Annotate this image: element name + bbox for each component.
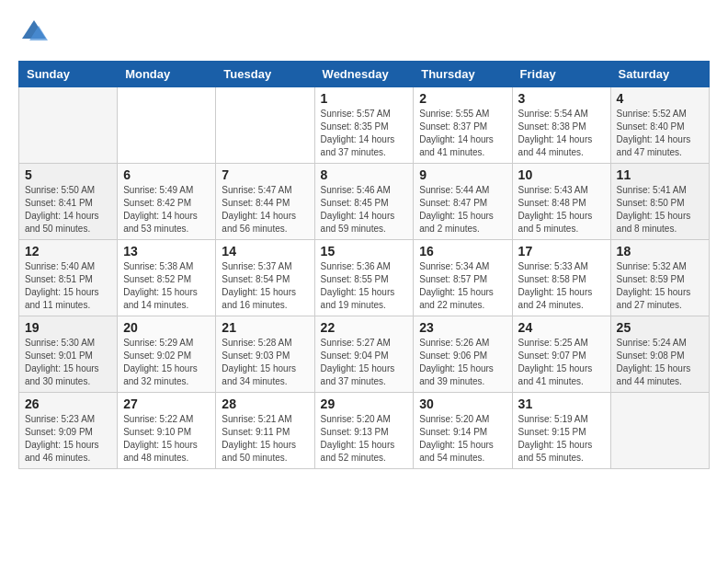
weekday-header-friday: Friday bbox=[512, 62, 610, 87]
day-info: Sunrise: 5:25 AM Sunset: 9:07 PM Dayligh… bbox=[518, 337, 605, 388]
day-info: Sunrise: 5:22 AM Sunset: 9:10 PM Dayligh… bbox=[123, 413, 210, 465]
day-info: Sunrise: 5:36 AM Sunset: 8:55 PM Dayligh… bbox=[321, 260, 408, 312]
calendar-day-cell: 3Sunrise: 5:54 AM Sunset: 8:38 PM Daylig… bbox=[512, 87, 610, 164]
day-info: Sunrise: 5:30 AM Sunset: 9:01 PM Dayligh… bbox=[25, 337, 111, 388]
day-number: 31 bbox=[518, 396, 605, 411]
day-number: 17 bbox=[518, 244, 605, 259]
page-header bbox=[18, 18, 710, 46]
calendar-table: SundayMondayTuesdayWednesdayThursdayFrid… bbox=[18, 61, 710, 469]
day-number: 5 bbox=[25, 167, 111, 182]
calendar-day-cell: 21Sunrise: 5:28 AM Sunset: 9:03 PM Dayli… bbox=[216, 316, 314, 393]
calendar-day-cell: 19Sunrise: 5:30 AM Sunset: 9:01 PM Dayli… bbox=[19, 316, 118, 393]
day-info: Sunrise: 5:29 AM Sunset: 9:02 PM Dayligh… bbox=[123, 337, 210, 388]
day-info: Sunrise: 5:26 AM Sunset: 9:06 PM Dayligh… bbox=[419, 337, 506, 388]
day-info: Sunrise: 5:23 AM Sunset: 9:09 PM Dayligh… bbox=[25, 413, 111, 465]
calendar-day-cell: 15Sunrise: 5:36 AM Sunset: 8:55 PM Dayli… bbox=[314, 240, 414, 316]
day-number: 11 bbox=[617, 167, 703, 182]
day-number: 19 bbox=[25, 320, 111, 335]
calendar-day-cell: 18Sunrise: 5:32 AM Sunset: 8:59 PM Dayli… bbox=[610, 240, 709, 316]
day-number: 7 bbox=[222, 167, 308, 182]
calendar-week-row: 12Sunrise: 5:40 AM Sunset: 8:51 PM Dayli… bbox=[19, 240, 710, 316]
logo-icon bbox=[20, 18, 48, 46]
day-number: 8 bbox=[321, 167, 408, 182]
day-number: 1 bbox=[321, 91, 408, 106]
day-number: 16 bbox=[419, 244, 506, 259]
day-number: 13 bbox=[123, 244, 210, 259]
day-number: 22 bbox=[321, 320, 408, 335]
day-info: Sunrise: 5:34 AM Sunset: 8:57 PM Dayligh… bbox=[419, 260, 506, 312]
day-info: Sunrise: 5:24 AM Sunset: 9:08 PM Dayligh… bbox=[617, 337, 703, 388]
day-number: 10 bbox=[518, 167, 605, 182]
calendar-day-cell: 5Sunrise: 5:50 AM Sunset: 8:41 PM Daylig… bbox=[19, 164, 118, 240]
calendar-day-cell: 12Sunrise: 5:40 AM Sunset: 8:51 PM Dayli… bbox=[19, 240, 118, 316]
calendar-day-cell: 29Sunrise: 5:20 AM Sunset: 9:13 PM Dayli… bbox=[314, 393, 414, 469]
calendar-day-cell: 7Sunrise: 5:47 AM Sunset: 8:44 PM Daylig… bbox=[216, 164, 314, 240]
day-number: 23 bbox=[419, 320, 506, 335]
calendar-day-cell: 24Sunrise: 5:25 AM Sunset: 9:07 PM Dayli… bbox=[512, 316, 610, 393]
weekday-header-thursday: Thursday bbox=[414, 62, 512, 87]
day-info: Sunrise: 5:52 AM Sunset: 8:40 PM Dayligh… bbox=[617, 108, 703, 159]
weekday-header-saturday: Saturday bbox=[610, 62, 709, 87]
day-number: 9 bbox=[419, 167, 506, 182]
calendar-day-cell: 11Sunrise: 5:41 AM Sunset: 8:50 PM Dayli… bbox=[610, 164, 709, 240]
calendar-day-cell: 20Sunrise: 5:29 AM Sunset: 9:02 PM Dayli… bbox=[118, 316, 216, 393]
calendar-day-cell: 10Sunrise: 5:43 AM Sunset: 8:48 PM Dayli… bbox=[512, 164, 610, 240]
weekday-header-wednesday: Wednesday bbox=[314, 62, 414, 87]
day-info: Sunrise: 5:41 AM Sunset: 8:50 PM Dayligh… bbox=[617, 184, 703, 236]
calendar-day-cell: 25Sunrise: 5:24 AM Sunset: 9:08 PM Dayli… bbox=[610, 316, 709, 393]
empty-cell bbox=[118, 87, 216, 164]
day-number: 14 bbox=[222, 244, 308, 259]
day-number: 30 bbox=[419, 396, 506, 411]
calendar-day-cell: 14Sunrise: 5:37 AM Sunset: 8:54 PM Dayli… bbox=[216, 240, 314, 316]
day-info: Sunrise: 5:33 AM Sunset: 8:58 PM Dayligh… bbox=[518, 260, 605, 312]
day-info: Sunrise: 5:50 AM Sunset: 8:41 PM Dayligh… bbox=[25, 184, 111, 236]
day-info: Sunrise: 5:54 AM Sunset: 8:38 PM Dayligh… bbox=[518, 108, 605, 159]
day-info: Sunrise: 5:46 AM Sunset: 8:45 PM Dayligh… bbox=[321, 184, 408, 236]
day-number: 29 bbox=[321, 396, 408, 411]
calendar-week-row: 1Sunrise: 5:57 AM Sunset: 8:35 PM Daylig… bbox=[19, 87, 710, 164]
calendar-day-cell: 16Sunrise: 5:34 AM Sunset: 8:57 PM Dayli… bbox=[414, 240, 512, 316]
calendar-day-cell: 4Sunrise: 5:52 AM Sunset: 8:40 PM Daylig… bbox=[610, 87, 709, 164]
calendar-day-cell: 31Sunrise: 5:19 AM Sunset: 9:15 PM Dayli… bbox=[512, 393, 610, 469]
weekday-header-sunday: Sunday bbox=[19, 62, 118, 87]
day-info: Sunrise: 5:37 AM Sunset: 8:54 PM Dayligh… bbox=[222, 260, 308, 312]
calendar-day-cell: 27Sunrise: 5:22 AM Sunset: 9:10 PM Dayli… bbox=[118, 393, 216, 469]
calendar-day-cell: 2Sunrise: 5:55 AM Sunset: 8:37 PM Daylig… bbox=[414, 87, 512, 164]
day-info: Sunrise: 5:27 AM Sunset: 9:04 PM Dayligh… bbox=[321, 337, 408, 388]
empty-cell bbox=[610, 393, 709, 469]
day-number: 26 bbox=[25, 396, 111, 411]
day-info: Sunrise: 5:49 AM Sunset: 8:42 PM Dayligh… bbox=[123, 184, 210, 236]
day-number: 12 bbox=[25, 244, 111, 259]
day-info: Sunrise: 5:38 AM Sunset: 8:52 PM Dayligh… bbox=[123, 260, 210, 312]
calendar-week-row: 19Sunrise: 5:30 AM Sunset: 9:01 PM Dayli… bbox=[19, 316, 710, 393]
day-info: Sunrise: 5:19 AM Sunset: 9:15 PM Dayligh… bbox=[518, 413, 605, 465]
calendar-header-row: SundayMondayTuesdayWednesdayThursdayFrid… bbox=[19, 62, 710, 87]
day-number: 18 bbox=[617, 244, 703, 259]
calendar-week-row: 5Sunrise: 5:50 AM Sunset: 8:41 PM Daylig… bbox=[19, 164, 710, 240]
calendar-day-cell: 23Sunrise: 5:26 AM Sunset: 9:06 PM Dayli… bbox=[414, 316, 512, 393]
day-info: Sunrise: 5:28 AM Sunset: 9:03 PM Dayligh… bbox=[222, 337, 308, 388]
day-info: Sunrise: 5:44 AM Sunset: 8:47 PM Dayligh… bbox=[419, 184, 506, 236]
calendar-week-row: 26Sunrise: 5:23 AM Sunset: 9:09 PM Dayli… bbox=[19, 393, 710, 469]
day-info: Sunrise: 5:43 AM Sunset: 8:48 PM Dayligh… bbox=[518, 184, 605, 236]
calendar-day-cell: 22Sunrise: 5:27 AM Sunset: 9:04 PM Dayli… bbox=[314, 316, 414, 393]
empty-cell bbox=[216, 87, 314, 164]
day-number: 28 bbox=[222, 396, 308, 411]
weekday-header-tuesday: Tuesday bbox=[216, 62, 314, 87]
day-info: Sunrise: 5:20 AM Sunset: 9:14 PM Dayligh… bbox=[419, 413, 506, 465]
day-number: 6 bbox=[123, 167, 210, 182]
calendar-day-cell: 13Sunrise: 5:38 AM Sunset: 8:52 PM Dayli… bbox=[118, 240, 216, 316]
calendar-day-cell: 17Sunrise: 5:33 AM Sunset: 8:58 PM Dayli… bbox=[512, 240, 610, 316]
calendar-day-cell: 9Sunrise: 5:44 AM Sunset: 8:47 PM Daylig… bbox=[414, 164, 512, 240]
day-number: 21 bbox=[222, 320, 308, 335]
calendar-day-cell: 8Sunrise: 5:46 AM Sunset: 8:45 PM Daylig… bbox=[314, 164, 414, 240]
day-number: 2 bbox=[419, 91, 506, 106]
day-number: 15 bbox=[321, 244, 408, 259]
day-number: 4 bbox=[617, 91, 703, 106]
calendar-day-cell: 26Sunrise: 5:23 AM Sunset: 9:09 PM Dayli… bbox=[19, 393, 118, 469]
day-info: Sunrise: 5:32 AM Sunset: 8:59 PM Dayligh… bbox=[617, 260, 703, 312]
calendar-day-cell: 6Sunrise: 5:49 AM Sunset: 8:42 PM Daylig… bbox=[118, 164, 216, 240]
day-info: Sunrise: 5:57 AM Sunset: 8:35 PM Dayligh… bbox=[321, 108, 408, 159]
day-info: Sunrise: 5:40 AM Sunset: 8:51 PM Dayligh… bbox=[25, 260, 111, 312]
empty-cell bbox=[19, 87, 118, 164]
